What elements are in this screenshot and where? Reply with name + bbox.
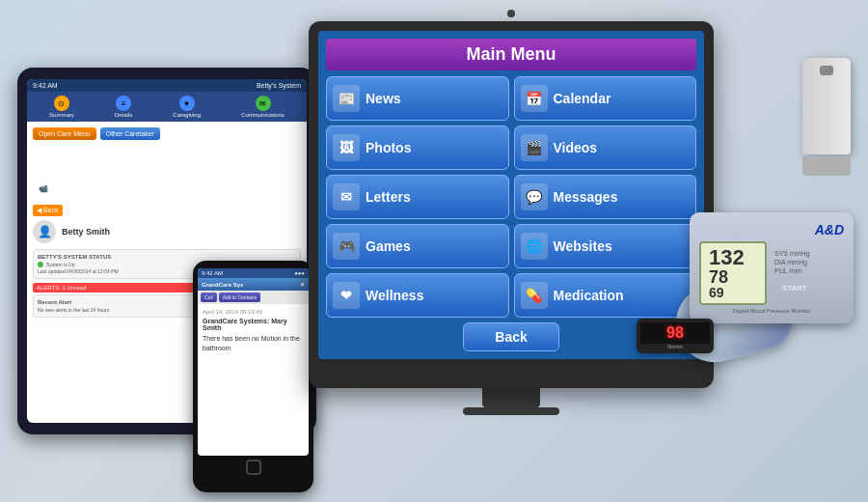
phone-outer: 9:42 AM ●●● GrandCare Sys ✕ Call Add to … <box>193 261 313 492</box>
monitor: Main Menu 📰 News 📅 Calendar 🖼 Photos 🎬 <box>309 10 714 357</box>
monitor-camera <box>507 10 515 17</box>
phone-action-bar: Call Add to Contacts <box>198 291 309 304</box>
comms-icon: ✉ <box>256 96 271 111</box>
nav-details-label: Details <box>115 112 132 118</box>
phone-date: April 14, 2014 08:13:45 <box>203 309 304 315</box>
tablet-nav: ⊙ Summary ≡ Details ♥ Caregiving ✉ Commu… <box>27 92 307 122</box>
motion-sensor <box>802 58 851 193</box>
tablet-time: 9:42 AM <box>33 82 58 89</box>
websites-icon: 🌐 <box>521 233 548 260</box>
monitor-base <box>463 407 559 415</box>
tablet-nav-caregiving[interactable]: ♥ Caregiving <box>173 96 201 118</box>
tablet-nav-comms[interactable]: ✉ Communications <box>241 96 285 118</box>
summary-icon: ⊙ <box>54 96 69 111</box>
alerts-count: 1 Unread <box>63 285 87 291</box>
calendar-icon: 📅 <box>521 85 548 112</box>
menu-btn-letters[interactable]: ✉ Letters <box>326 175 509 219</box>
tablet-topbar: 9:42 AM Betty's System <box>27 79 307 92</box>
menu-btn-games[interactable]: 🎮 Games <box>326 224 509 268</box>
open-care-menu-btn[interactable]: Open Care Menu <box>33 127 96 140</box>
sensor-eye <box>820 66 833 75</box>
caregiving-icon: ♥ <box>179 96 195 111</box>
tablet-nav-details[interactable]: ≡ Details <box>115 96 132 118</box>
sensor-base <box>802 156 851 176</box>
tablet-main-menu-btn[interactable]: ☰ Main Menu <box>33 149 301 163</box>
nav-caregiving-label: Caregiving <box>173 112 201 118</box>
patient-name: Betty Smith <box>62 227 110 237</box>
system-up-dot <box>38 262 43 267</box>
menu-btn-websites[interactable]: 🌐 Websites <box>514 224 697 268</box>
system-up-text: System is Up <box>46 262 74 267</box>
pulse-oximeter: 98 Nonin <box>637 319 714 386</box>
letters-icon: ✉ <box>333 183 360 210</box>
tablet-menu-buttons: ☰ Main Menu ▶ Slide Show 📹 Video Call <box>27 146 307 199</box>
bp-screen: 132 78 69 <box>699 241 767 305</box>
other-caretaker-btn[interactable]: Other Caretaker <box>100 127 160 140</box>
bp-sys-value: 132 <box>709 247 757 268</box>
sensor-body <box>802 58 851 154</box>
alerts-label: ALERTS <box>37 285 59 291</box>
menu-btn-news[interactable]: 📰 News <box>326 76 509 121</box>
back-button[interactable]: Back <box>463 322 559 351</box>
phone-screen: 9:42 AM ●●● GrandCare Sys ✕ Call Add to … <box>198 268 309 456</box>
games-icon: 🎮 <box>333 233 360 260</box>
menu-btn-calendar[interactable]: 📅 Calendar <box>514 76 697 121</box>
main-menu-icon: ☰ <box>39 152 45 160</box>
add-contacts-btn[interactable]: Add to Contacts <box>219 293 261 302</box>
menu-btn-medication[interactable]: 💊 Medication <box>514 273 697 318</box>
pulse-ox-brand: Nonin <box>640 344 710 349</box>
menu-btn-messages[interactable]: 💬 Messages <box>514 175 697 219</box>
phone: 9:42 AM ●●● GrandCare Sys ✕ Call Add to … <box>193 261 313 492</box>
nav-comms-label: Communications <box>241 112 285 118</box>
videos-icon: 🎬 <box>521 134 548 161</box>
bp-pul-label: PUL /min <box>774 267 814 274</box>
photos-icon: 🖼 <box>333 134 360 161</box>
phone-sender: GrandCare Systems: Mary Smith <box>203 318 304 331</box>
phone-header: GrandCare Sys ✕ <box>198 278 309 291</box>
tablet-action-buttons: Open Care Menu Other Caretaker <box>27 122 307 146</box>
patient-avatar: 👤 <box>33 220 56 243</box>
main-menu-label: Main Menu <box>48 153 82 159</box>
bp-labels: SYS mmHg DIA mmHg PUL /min START <box>774 250 814 296</box>
back-btn[interactable]: ◀ Back <box>33 205 63 216</box>
phone-message: April 14, 2014 08:13:45 GrandCare System… <box>198 304 309 358</box>
phone-time: 9:42 AM <box>202 270 223 276</box>
bp-monitor: A&D 132 78 69 SYS mmHg DIA mmHg PUL /min… <box>690 212 854 357</box>
phone-home-button[interactable] <box>246 460 261 475</box>
menu-btn-photos[interactable]: 🖼 Photos <box>326 126 509 170</box>
status-title: BETTY'S SYSTEM STATUS <box>38 254 296 260</box>
patient-header: 👤 Betty Smith <box>33 220 301 243</box>
tablet-videocall-btn[interactable]: 📹 Video Call <box>33 181 301 196</box>
menu-btn-videos[interactable]: 🎬 Videos <box>514 126 697 170</box>
nav-summary-label: Summary <box>49 112 74 118</box>
medication-icon: 💊 <box>521 282 548 309</box>
bp-brand: A&D <box>815 222 844 237</box>
phone-topbar: 9:42 AM ●●● <box>198 268 309 278</box>
main-menu-title: Main Menu <box>326 39 696 70</box>
bp-model: Digital Blood Pressure Monitor <box>699 308 844 314</box>
phone-signal: ●●● <box>294 270 305 276</box>
phone-carrier: GrandCare Sys <box>202 282 243 288</box>
phone-header-close: ✕ <box>300 281 305 288</box>
bp-dia-label: DIA mmHg <box>774 259 814 265</box>
bp-dia-value: 78 <box>709 268 757 286</box>
menu-btn-wellness[interactable]: ❤ Wellness <box>326 273 509 318</box>
phone-message-text: There has been no Motion in the bathroom <box>203 334 304 353</box>
call-btn[interactable]: Call <box>201 293 217 302</box>
pulse-device: 98 Nonin <box>637 319 714 353</box>
menu-grid: 📰 News 📅 Calendar 🖼 Photos 🎬 Videos <box>326 76 696 318</box>
bp-start-btn[interactable]: START <box>774 280 814 296</box>
news-icon: 📰 <box>333 85 360 112</box>
tablet-nav-summary[interactable]: ⊙ Summary <box>49 96 74 118</box>
details-icon: ≡ <box>116 96 131 111</box>
messages-icon: 💬 <box>521 183 548 210</box>
wellness-icon: ❤ <box>333 282 360 309</box>
monitor-stand <box>482 388 540 407</box>
slideshow-icon: ▶ <box>39 168 44 177</box>
tablet-slideshow-btn[interactable]: ▶ Slide Show <box>33 165 301 180</box>
monitor-screen: Main Menu 📰 News 📅 Calendar 🖼 Photos 🎬 <box>318 31 704 359</box>
bp-sys-label: SYS mmHg <box>774 250 814 257</box>
bp-pul-value: 69 <box>709 286 757 299</box>
pulse-ox-value: 98 <box>640 322 710 344</box>
tablet-title: Betty's System <box>257 82 301 89</box>
